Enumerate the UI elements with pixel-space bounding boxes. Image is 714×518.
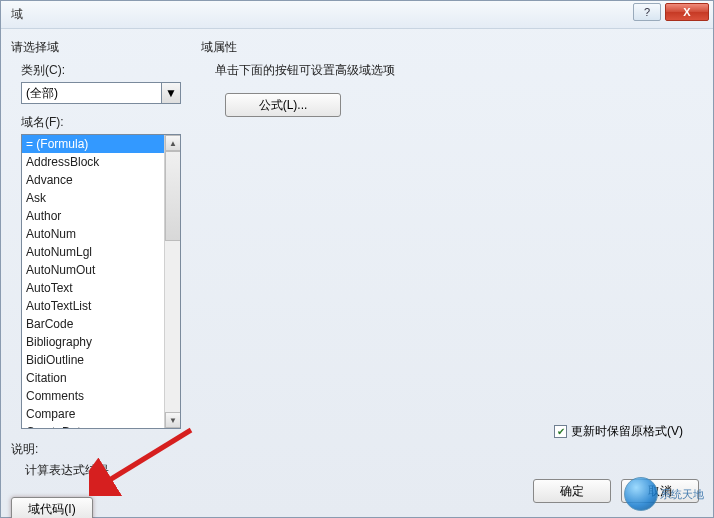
list-item[interactable]: Advance [22,171,180,189]
dialog-buttons: 确定 取消 [533,479,699,503]
titlebar[interactable]: 域 ? X [1,1,713,29]
preserve-format-checkbox[interactable]: ✔ [554,425,567,438]
fieldname-listbox[interactable]: = (Formula)AddressBlockAdvanceAskAuthorA… [21,134,181,429]
list-item[interactable]: AutoText [22,279,180,297]
fieldname-label: 域名(F): [21,114,179,131]
list-item[interactable]: Compare [22,405,180,423]
cancel-button[interactable]: 取消 [621,479,699,503]
field-code-button[interactable]: 域代码(I) [11,497,93,518]
list-item[interactable]: BarCode [22,315,180,333]
list-item[interactable]: CreateDate [22,423,180,429]
formula-button[interactable]: 公式(L)... [225,93,341,117]
dialog-window: 域 ? X 请选择域 类别(C): (全部) ▼ 域名(F): = (Formu… [0,0,714,518]
title-buttons: ? X [633,3,709,21]
right-panel: 域属性 单击下面的按钮可设置高级域选项 公式(L)... ✔ 更新时保留原格式(… [189,29,713,517]
attributes-description: 单击下面的按钮可设置高级域选项 [215,62,701,79]
close-button[interactable]: X [665,3,709,21]
description-text: 计算表达式结果 [25,462,179,479]
list-item[interactable]: AddressBlock [22,153,180,171]
list-item[interactable]: Ask [22,189,180,207]
attributes-label: 域属性 [201,39,701,56]
preserve-format-row[interactable]: ✔ 更新时保留原格式(V) [554,423,683,440]
dialog-body: 请选择域 类别(C): (全部) ▼ 域名(F): = (Formula)Add… [1,29,713,517]
dropdown-button[interactable]: ▼ [161,82,181,104]
category-select[interactable]: (全部) ▼ [21,82,181,104]
list-item[interactable]: Bibliography [22,333,180,351]
list-item[interactable]: Comments [22,387,180,405]
category-select-value: (全部) [21,82,181,104]
scroll-thumb[interactable] [165,151,181,241]
listbox-scrollbar[interactable]: ▲ ▼ [164,135,180,428]
list-item[interactable]: = (Formula) [22,135,180,153]
window-title: 域 [5,6,23,23]
ok-button[interactable]: 确定 [533,479,611,503]
select-field-label: 请选择域 [11,39,179,56]
category-label: 类别(C): [21,62,179,79]
chevron-down-icon: ▼ [165,86,177,100]
list-item[interactable]: AutoNumLgl [22,243,180,261]
help-button[interactable]: ? [633,3,661,21]
description-label: 说明: [11,441,179,458]
list-item[interactable]: Citation [22,369,180,387]
list-item[interactable]: AutoNum [22,225,180,243]
list-item[interactable]: Author [22,207,180,225]
list-item[interactable]: BidiOutline [22,351,180,369]
scroll-up-button[interactable]: ▲ [165,135,181,151]
scroll-down-button[interactable]: ▼ [165,412,181,428]
preserve-format-label: 更新时保留原格式(V) [571,423,683,440]
list-item[interactable]: AutoTextList [22,297,180,315]
left-panel: 请选择域 类别(C): (全部) ▼ 域名(F): = (Formula)Add… [1,29,189,517]
list-item[interactable]: AutoNumOut [22,261,180,279]
fieldname-list: = (Formula)AddressBlockAdvanceAskAuthorA… [22,135,180,429]
